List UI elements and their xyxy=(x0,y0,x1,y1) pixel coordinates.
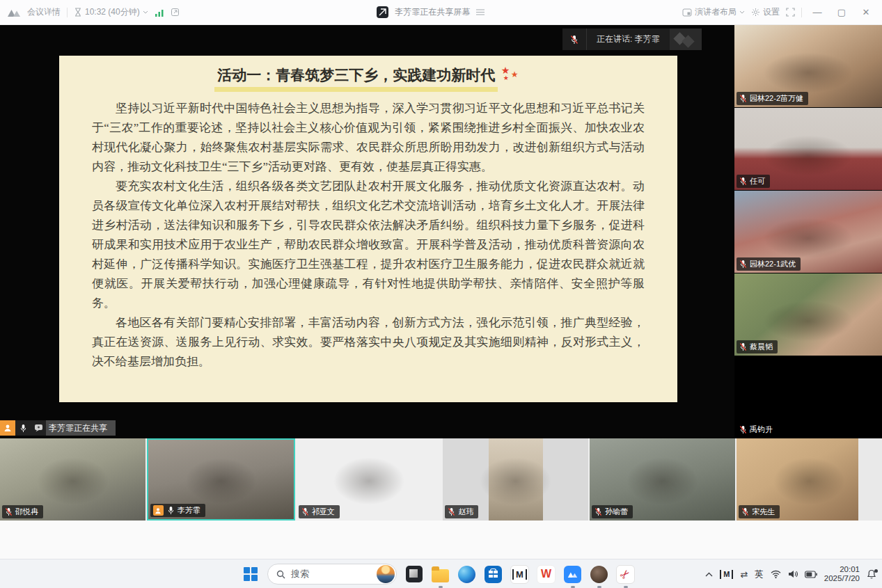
close-button[interactable]: ✕ xyxy=(857,5,875,20)
layout-icon xyxy=(682,8,692,17)
muted-mic-icon xyxy=(739,177,747,186)
mic-icon xyxy=(15,420,31,436)
participant-name-chip: 邵悦冉 xyxy=(2,505,43,518)
input-method-indicator[interactable]: 英 xyxy=(755,569,764,580)
presenter-badge-icon xyxy=(153,505,164,516)
participant-name-chip: 赵玮 xyxy=(445,505,478,518)
screen-clip-tool-icon[interactable]: ✂ xyxy=(616,565,635,584)
chevron-down-icon xyxy=(143,10,148,14)
layout-label: 演讲者布局 xyxy=(695,6,737,18)
participant-name-chip: 任可 xyxy=(737,175,770,188)
participant-name-chip: 宋先生 xyxy=(739,505,780,518)
muted-mic-icon xyxy=(5,507,13,516)
microsoft-store-icon[interactable] xyxy=(484,565,503,584)
shared-screen-stage: 活动一：青春筑梦三下乡，实践建功新时代 ★ ★ ★ 坚持以习近平新时代中国特色社… xyxy=(0,25,734,438)
participant-tile-active-speaker[interactable]: 李芳霏 xyxy=(147,438,295,521)
volume-icon[interactable] xyxy=(788,570,798,578)
participant-name-chip: 禹钧升 xyxy=(737,423,778,436)
participant-tile[interactable]: 蔡晨韬 xyxy=(734,273,882,356)
taskbar-clock[interactable]: 20:01 2025/7/20 xyxy=(824,565,860,583)
participant-name-chip: 园林22-1武优 xyxy=(737,257,801,271)
popout-window-icon[interactable] xyxy=(171,8,180,17)
presenter-status-bar: 李芳霏正在共享 xyxy=(0,420,116,436)
windows-start-button[interactable] xyxy=(241,565,260,584)
layout-selector-button[interactable]: 演讲者布局 xyxy=(682,6,745,18)
participant-tile[interactable]: 宋先生 xyxy=(737,438,882,521)
search-placeholder: 搜索 xyxy=(291,568,371,580)
m-logo-app-icon[interactable]: M xyxy=(510,565,529,584)
muted-mic-icon xyxy=(448,507,455,516)
maximize-button[interactable]: ▢ xyxy=(833,5,851,20)
participant-tile[interactable]: 祁亚文 xyxy=(297,438,442,521)
muted-mic-icon xyxy=(594,507,602,516)
meeting-timer[interactable]: 10:32 (40分钟) xyxy=(74,6,148,18)
participant-name-chip: 蔡晨韬 xyxy=(737,340,778,353)
tray-expand-chevron-icon[interactable] xyxy=(705,572,713,577)
taskbar-search-input[interactable]: 搜索 xyxy=(267,564,397,585)
windows-taskbar: 搜索 M W ✂ M xyxy=(0,559,882,588)
muted-mic-icon xyxy=(739,342,747,351)
participants-sidebar: 园林22-2苗万健 任可 园林22-1武优 蔡晨韬 禹钧升 xyxy=(734,25,882,438)
file-explorer-icon[interactable] xyxy=(431,565,450,584)
bottom-video-strip: 邵悦冉 李芳霏 祁亚文 赵玮 孙瑜蕾 宋先生 xyxy=(0,438,882,521)
presenter-badge-icon xyxy=(0,420,15,436)
wps-office-icon[interactable]: W xyxy=(537,565,556,584)
document-paragraph: 各地区各有关部门要精心安排部署，丰富活动内容，创新方式方法，强化示范引领，推广典… xyxy=(92,313,645,372)
battery-icon[interactable] xyxy=(805,571,817,578)
meeting-tray-icon[interactable]: M xyxy=(720,570,733,579)
fullscreen-button[interactable] xyxy=(786,8,795,17)
hamburger-menu-icon[interactable] xyxy=(476,9,485,15)
timer-text: 10:32 (40分钟) xyxy=(85,6,140,18)
time-text: 20:01 xyxy=(824,565,860,574)
document-paragraph: 坚持以习近平新时代中国特色社会主义思想为指导，深入学习贯彻习近平文化思想和习近平… xyxy=(92,99,645,177)
chevron-down-icon xyxy=(739,10,745,14)
speaker-banner-text: 正在讲话: 李芳霏 xyxy=(587,33,670,45)
participant-name-chip: 李芳霏 xyxy=(150,504,205,517)
muted-mic-icon xyxy=(301,507,309,516)
edge-browser-icon[interactable] xyxy=(457,565,476,584)
meeting-toolbar: 会议详情 10:32 (40分钟) 李芳霏正在共享屏幕 xyxy=(0,0,882,25)
sharing-app-icon xyxy=(377,6,388,18)
hourglass-icon xyxy=(74,8,82,17)
participant-tile[interactable]: 邵悦冉 xyxy=(0,438,145,521)
divider xyxy=(801,8,802,17)
document-title: 活动一：青春筑梦三下乡，实践建功新时代 xyxy=(214,65,498,92)
gear-icon xyxy=(751,8,760,17)
participant-name-chip: 孙瑜蕾 xyxy=(592,505,633,518)
muted-mic-icon xyxy=(741,507,749,516)
sharing-title: 李芳霏正在共享屏幕 xyxy=(395,6,470,18)
participant-name-chip: 祁亚文 xyxy=(299,505,340,518)
tencent-meeting-icon[interactable] xyxy=(563,565,582,584)
user-avatar-app-icon[interactable] xyxy=(590,565,608,584)
star-decoration-icon: ★ ★ ★ xyxy=(501,65,522,84)
notification-badge xyxy=(874,569,878,573)
participant-tile[interactable]: 禹钧升 xyxy=(734,356,882,438)
sync-arrows-icon[interactable]: ⇄ xyxy=(740,569,748,580)
shared-document: 活动一：青春筑梦三下乡，实践建功新时代 ★ ★ ★ 坚持以习近平新时代中国特色社… xyxy=(59,56,677,402)
divider xyxy=(67,8,68,17)
participant-tile[interactable]: 园林22-2苗万健 xyxy=(734,25,882,107)
weather-widget-icon[interactable] xyxy=(377,565,395,583)
participant-tile[interactable]: 园林22-1武优 xyxy=(734,191,882,273)
network-signal-icon[interactable] xyxy=(155,8,164,17)
notification-bell-icon[interactable] xyxy=(867,569,876,579)
meeting-details-button[interactable]: 会议详情 xyxy=(27,6,61,18)
participant-name-chip: 园林22-2苗万健 xyxy=(737,92,808,105)
muted-mic-icon xyxy=(739,425,747,434)
speaking-mic-icon xyxy=(562,29,587,50)
settings-button[interactable]: 设置 xyxy=(751,6,780,18)
participant-video xyxy=(489,438,543,521)
gallery-app-icon[interactable] xyxy=(404,565,423,584)
minimize-button[interactable]: — xyxy=(808,5,826,20)
muted-mic-icon xyxy=(739,260,747,269)
settings-label: 设置 xyxy=(763,6,780,18)
search-icon xyxy=(276,570,285,579)
wifi-icon[interactable] xyxy=(771,570,781,578)
participant-tile[interactable]: 任可 xyxy=(734,108,882,190)
participant-tile[interactable]: 孙瑜蕾 xyxy=(590,438,735,521)
participant-tile[interactable]: 赵玮 xyxy=(443,438,588,521)
desktop-background xyxy=(0,521,882,559)
muted-mic-icon xyxy=(739,94,747,103)
presenter-status-text: 李芳霏正在共享 xyxy=(46,420,116,436)
tencent-meeting-logo-icon xyxy=(7,8,21,17)
